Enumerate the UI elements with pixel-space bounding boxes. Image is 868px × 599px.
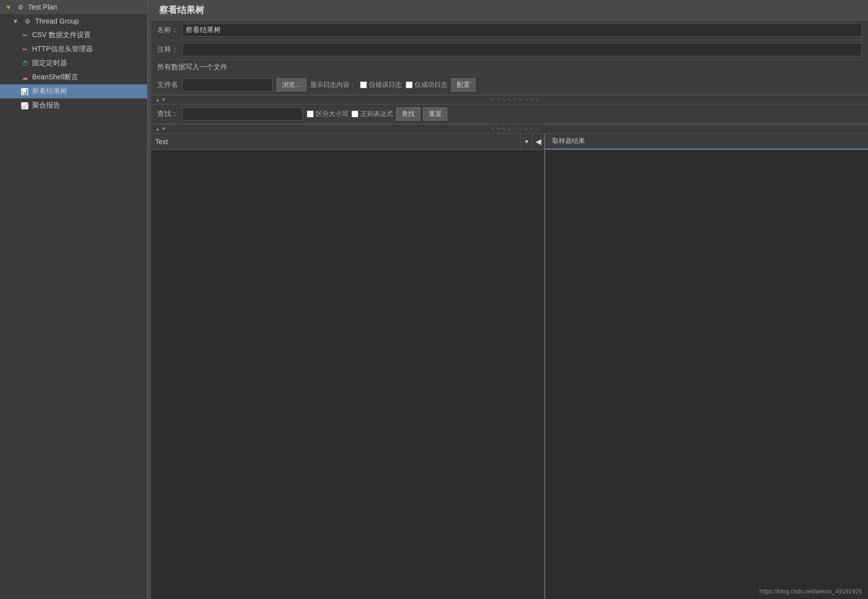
test-plan-icon: ⚙ <box>16 3 25 12</box>
sidebar-item-label: Test Plan <box>28 3 57 11</box>
comment-label: 注释： <box>157 45 178 54</box>
config-button[interactable]: 配置 <box>451 78 475 91</box>
dropdown-arrow-btn[interactable]: ▼ <box>520 134 532 150</box>
success-log-checkbox[interactable] <box>406 81 413 88</box>
sidebar-item-aggregate[interactable]: 📈 聚合报告 <box>0 98 147 112</box>
divider-dots-2: ∿∿∿∿∿∿∿∿∿ <box>167 126 864 132</box>
expand-icon: ▼ <box>11 17 20 26</box>
sidebar-item-thread-group[interactable]: ▼ ⚙ Thread Group <box>0 14 147 28</box>
success-log-label: 仅成功日志 <box>415 80 447 89</box>
sidebar-item-timer[interactable]: ⏱ 固定定时器 <box>0 56 147 70</box>
search-label: 查找： <box>157 109 178 118</box>
sidebar-item-label: 聚合报告 <box>32 101 60 110</box>
search-input[interactable] <box>182 107 303 121</box>
beanshell-icon: ☁ <box>20 73 29 82</box>
footer-url: https://blog.csdn.net/weixin_49191929 <box>760 588 862 595</box>
csv-icon: ✂ <box>20 31 29 40</box>
sidebar-item-label: BeanShell断言 <box>32 73 78 82</box>
comment-input[interactable] <box>182 43 862 56</box>
regex-wrapper: 正则表达式 <box>351 109 393 118</box>
success-log-wrapper: 仅成功日志 <box>406 80 447 89</box>
sidebar-item-label: Thread Group <box>35 17 79 25</box>
file-label: 文件名 <box>157 80 178 89</box>
error-log-checkbox[interactable] <box>360 81 367 88</box>
divider-2: ▲ ▼ ∿∿∿∿∿∿∿∿∿ <box>151 124 868 134</box>
content-area: Text XML HTML JSON RegExp Tester ▼ ◀ 取样器… <box>151 134 868 599</box>
http-icon: ✂ <box>20 45 29 54</box>
regex-checkbox[interactable] <box>351 110 358 117</box>
sidebar-item-label: 察看结果树 <box>32 87 67 96</box>
error-log-wrapper: 仅错误日志 <box>360 80 402 89</box>
sidebar-item-csv[interactable]: ✂ CSV 数据文件设置 <box>0 28 147 42</box>
case-sensitive-wrapper: 区分大小写 <box>307 109 348 118</box>
up-arrow-icon-2[interactable]: ▲ <box>155 126 160 132</box>
sidebar-item-label: 固定定时器 <box>32 59 67 68</box>
section-header: 所有数据写入一个文件 <box>151 60 868 75</box>
file-row: 文件名 浏览... 显示日志内容： 仅错误日志 仅成功日志 配置 <box>151 75 868 95</box>
left-content-area <box>151 150 544 599</box>
name-input[interactable] <box>182 24 862 37</box>
right-panel: 取样器结果 <box>545 134 868 599</box>
sampler-content-area <box>545 150 868 599</box>
log-controls: 显示日志内容： 仅错误日志 仅成功日志 配置 <box>310 78 475 91</box>
sidebar-item-http[interactable]: ✂ HTTP信息头管理器 <box>0 42 147 56</box>
expand-icon: ▼ <box>4 3 13 12</box>
regex-label: 正则表达式 <box>360 109 393 118</box>
text-dropdown-row: Text XML HTML JSON RegExp Tester ▼ ◀ <box>151 134 544 150</box>
sidebar-item-test-plan[interactable]: ▼ ⚙ Test Plan <box>0 0 147 14</box>
log-display-label: 显示日志内容： <box>310 80 356 89</box>
name-label: 名称： <box>157 26 178 35</box>
result-tree-icon: 📊 <box>20 87 29 96</box>
divider-1: ▲ ▼ ∿∿∿∿∿∿∿∿∿ <box>151 95 868 104</box>
name-row: 名称： <box>151 21 868 40</box>
divider-dots: ∿∿∿∿∿∿∿∿∿ <box>167 96 864 103</box>
comment-row: 注释： <box>151 40 868 60</box>
file-input[interactable] <box>182 78 273 91</box>
sidebar-item-label: CSV 数据文件设置 <box>32 31 91 40</box>
reset-button[interactable]: 重置 <box>423 107 447 121</box>
panel-title: 察看结果树 <box>151 0 868 21</box>
case-sensitive-label: 区分大小写 <box>316 109 348 118</box>
up-arrow-icon[interactable]: ▲ <box>155 97 160 102</box>
main-panel: 察看结果树 名称： 注释： 所有数据写入一个文件 文件名 浏览... 显示日志内… <box>151 0 868 599</box>
sidebar-item-result-tree[interactable]: 📊 察看结果树 <box>0 84 147 98</box>
thread-group-icon: ⚙ <box>23 17 32 26</box>
text-format-select[interactable]: Text XML HTML JSON RegExp Tester <box>151 134 520 150</box>
timer-icon: ⏱ <box>20 59 29 68</box>
down-arrow-icon-2[interactable]: ▼ <box>161 126 166 132</box>
aggregate-icon: 📈 <box>20 101 29 110</box>
down-arrow-icon[interactable]: ▼ <box>161 97 166 102</box>
sidebar-item-label: HTTP信息头管理器 <box>32 45 93 54</box>
collapse-btn[interactable]: ◀ <box>532 134 544 150</box>
sidebar: ▼ ⚙ Test Plan ▼ ⚙ Thread Group ✂ CSV 数据文… <box>0 0 148 599</box>
left-panel: Text XML HTML JSON RegExp Tester ▼ ◀ <box>151 134 545 599</box>
search-options: 区分大小写 正则表达式 查找 重置 <box>307 107 447 121</box>
sampler-results-tab[interactable]: 取样器结果 <box>545 134 868 150</box>
error-log-label: 仅错误日志 <box>369 80 402 89</box>
sidebar-item-beanshell[interactable]: ☁ BeanShell断言 <box>0 70 147 84</box>
browse-button[interactable]: 浏览... <box>277 78 306 91</box>
search-button[interactable]: 查找 <box>396 107 420 121</box>
search-row: 查找： 区分大小写 正则表达式 查找 重置 <box>151 104 868 124</box>
case-sensitive-checkbox[interactable] <box>307 110 314 117</box>
